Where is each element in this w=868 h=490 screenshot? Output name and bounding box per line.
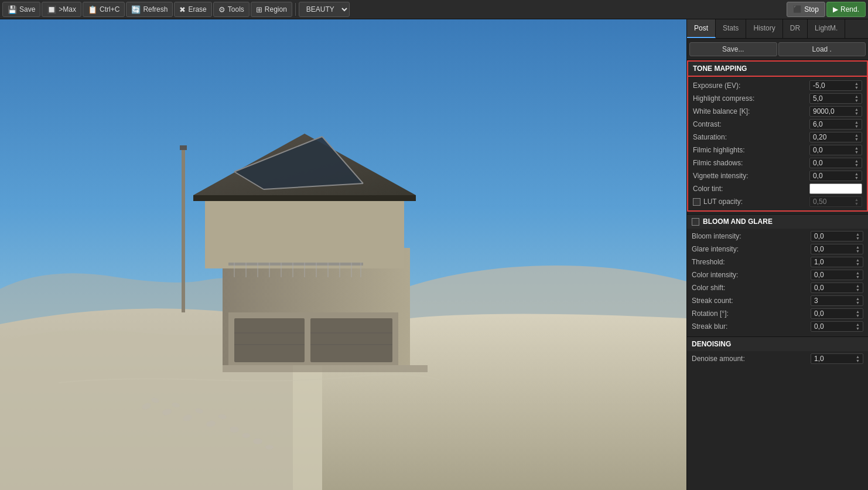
lut-value[interactable]: 0,50 ▲▼ [809, 196, 862, 207]
rotation-value[interactable]: 0,0 ▲▼ [811, 308, 863, 319]
threshold-value[interactable]: 1,0 ▲▼ [811, 257, 863, 267]
stop-button[interactable]: ⬛ Stop [787, 2, 825, 17]
bloom-intensity-row: Bloom intensity: 0,0 ▲▼ [687, 230, 868, 243]
contrast-spinner[interactable]: ▲▼ [855, 120, 859, 128]
svg-rect-31 [182, 148, 185, 312]
highlight-compress-label: Highlight compress: [693, 94, 809, 103]
filmic-shadows-value[interactable]: 0,0 ▲▼ [809, 158, 862, 168]
load-btn[interactable]: Load . [778, 42, 866, 56]
separator [295, 3, 296, 16]
threshold-row: Threshold: 1,0 ▲▼ [687, 256, 868, 268]
lut-row: LUT opacity: 0,50 ▲▼ [688, 195, 867, 208]
saturation-spinner[interactable]: ▲▼ [855, 133, 859, 141]
tone-mapping-header[interactable]: TONE MAPPING [687, 60, 868, 77]
bloom-spinner[interactable]: ▲▼ [856, 232, 860, 240]
lut-spinner[interactable]: ▲▼ [855, 198, 859, 206]
save-btn[interactable]: Save... [689, 42, 777, 56]
region-button[interactable]: ⊞ Region [251, 2, 292, 17]
toolbar-right: ⬛ Stop ▶ Rend. [787, 2, 866, 17]
rotation-label: Rotation [°]: [692, 309, 811, 318]
exposure-row: Exposure (EV): -5,0 ▲▼ [688, 79, 867, 92]
tone-mapping-params: Exposure (EV): -5,0 ▲▼ Highlight compres… [687, 77, 868, 212]
bloom-glare-header[interactable]: BLOOM AND GLARE [687, 214, 868, 229]
vignette-label: Vignette intensity: [693, 172, 809, 180]
refresh-icon: 🔄 [131, 5, 141, 14]
contrast-value[interactable]: 6,0 ▲▼ [809, 119, 862, 130]
tab-dr[interactable]: DR [783, 19, 808, 38]
streak-blur-value[interactable]: 0,0 ▲▼ [811, 321, 863, 332]
render-pass-select[interactable]: BEAUTY [299, 2, 350, 17]
filmic-highlights-label: Filmic highlights: [693, 146, 809, 154]
white-balance-value[interactable]: 9000,0 ▲▼ [809, 106, 862, 117]
streak-count-spinner[interactable]: ▲▼ [856, 297, 860, 305]
erase-button[interactable]: ✖ Erase [174, 2, 211, 17]
tab-stats[interactable]: Stats [716, 19, 746, 38]
render-button[interactable]: ▶ Rend. [826, 2, 866, 17]
toolbar: 💾 Save 🔲 >Max 📋 Ctrl+C 🔄 Refresh ✖ Erase… [0, 0, 868, 19]
right-panel: Post Stats History DR LightM. Save... Lo… [686, 19, 868, 490]
glare-spinner[interactable]: ▲▼ [856, 245, 860, 253]
tools-button[interactable]: ⚙ Tools [213, 2, 250, 17]
filmic-highlights-row: Filmic highlights: 0,0 ▲▼ [688, 144, 867, 156]
wb-spinner[interactable]: ▲▼ [855, 107, 859, 115]
tab-post[interactable]: Post [687, 19, 716, 38]
exposure-label: Exposure (EV): [693, 81, 809, 90]
refresh-button[interactable]: 🔄 Refresh [126, 2, 173, 17]
max-button[interactable]: 🔲 >Max [42, 2, 81, 17]
saturation-label: Saturation: [693, 133, 809, 141]
vignette-spinner[interactable]: ▲▼ [855, 172, 859, 180]
exposure-value[interactable]: -5,0 ▲▼ [809, 80, 862, 91]
lut-checkbox[interactable] [693, 198, 700, 206]
render-view[interactable] [0, 19, 686, 490]
fh-spinner[interactable]: ▲▼ [855, 146, 859, 154]
save-load-row: Save... Load . [687, 39, 868, 60]
svg-point-44 [253, 438, 262, 444]
color-shift-spinner[interactable]: ▲▼ [856, 284, 860, 292]
contrast-row: Contrast: 6,0 ▲▼ [688, 118, 867, 131]
fs-spinner[interactable]: ▲▼ [855, 159, 859, 167]
streak-blur-label: Streak blur: [692, 322, 811, 331]
svg-point-42 [230, 427, 239, 433]
main-area: Post Stats History DR LightM. Save... Lo… [0, 19, 868, 490]
denoise-spinner[interactable]: ▲▼ [856, 355, 860, 363]
exposure-spinner[interactable]: ▲▼ [855, 81, 859, 90]
denoise-amount-value[interactable]: 1,0 ▲▼ [811, 353, 863, 364]
svg-marker-12 [193, 195, 416, 201]
color-tint-label: Color tint: [693, 185, 809, 193]
svg-point-45 [265, 445, 274, 450]
svg-rect-32 [180, 145, 187, 150]
color-intensity-spinner[interactable]: ▲▼ [856, 271, 860, 279]
streak-blur-spinner[interactable]: ▲▼ [856, 322, 860, 331]
saturation-value[interactable]: 0,20 ▲▼ [809, 132, 862, 142]
ctrlc-button[interactable]: 📋 Ctrl+C [83, 2, 125, 17]
scene-svg [0, 19, 686, 490]
color-shift-label: Color shift: [692, 284, 811, 292]
filmic-highlights-value[interactable]: 0,0 ▲▼ [809, 145, 862, 155]
glare-intensity-value[interactable]: 0,0 ▲▼ [811, 244, 863, 254]
white-balance-label: White balance [K]: [693, 107, 809, 115]
erase-icon: ✖ [179, 5, 186, 14]
streak-count-label: Streak count: [692, 297, 811, 305]
denoising-header[interactable]: DENOISING [687, 336, 868, 351]
rotation-spinner[interactable]: ▲▼ [856, 309, 860, 318]
bloom-intensity-value[interactable]: 0,0 ▲▼ [811, 231, 863, 241]
color-intensity-value[interactable]: 0,0 ▲▼ [811, 270, 863, 280]
threshold-label: Threshold: [692, 258, 811, 266]
highlight-compress-value[interactable]: 5,0 ▲▼ [809, 93, 862, 104]
threshold-spinner[interactable]: ▲▼ [856, 258, 860, 266]
bloom-glare-checkbox[interactable] [692, 218, 699, 226]
panel-tabs: Post Stats History DR LightM. [687, 19, 868, 39]
highlight-spinner[interactable]: ▲▼ [855, 94, 859, 103]
bloom-glare-params: Bloom intensity: 0,0 ▲▼ Glare intensity:… [687, 229, 868, 334]
save-button[interactable]: 💾 Save [2, 2, 40, 17]
tab-lightm[interactable]: LightM. [808, 19, 845, 38]
svg-rect-5 [310, 318, 392, 362]
tab-history[interactable]: History [746, 19, 782, 38]
streak-count-value[interactable]: 3 ▲▼ [811, 295, 863, 306]
color-shift-value[interactable]: 0,0 ▲▼ [811, 283, 863, 293]
vignette-row: Vignette intensity: 0,0 ▲▼ [688, 169, 867, 182]
vignette-value[interactable]: 0,0 ▲▼ [809, 171, 862, 181]
white-balance-row: White balance [K]: 9000,0 ▲▼ [688, 105, 867, 118]
max-icon: 🔲 [47, 5, 56, 14]
color-tint-swatch[interactable] [809, 183, 862, 194]
